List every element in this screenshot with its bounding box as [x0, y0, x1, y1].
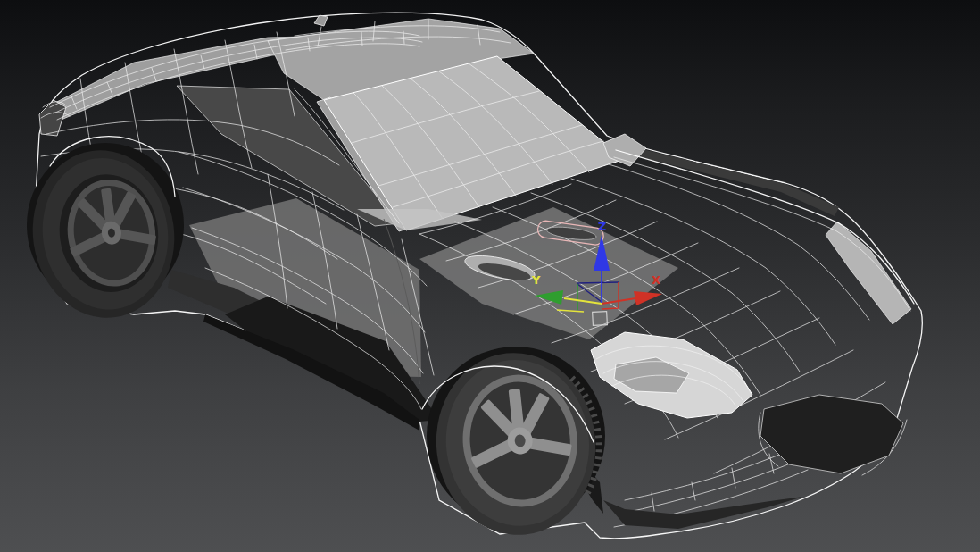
hood-center: [419, 207, 678, 339]
gizmo-y-label: Y: [531, 273, 541, 287]
gizmo-z-label: Z: [598, 220, 606, 233]
fender-crease: [623, 145, 839, 216]
car-model[interactable]: [22, 13, 923, 543]
bumper-lip: [603, 497, 803, 529]
gizmo-x-label: X: [652, 273, 660, 287]
scene-svg: Z X Y: [0, 0, 980, 552]
headlight[interactable]: [591, 332, 752, 418]
viewport-canvas[interactable]: Z X Y: [0, 0, 980, 552]
